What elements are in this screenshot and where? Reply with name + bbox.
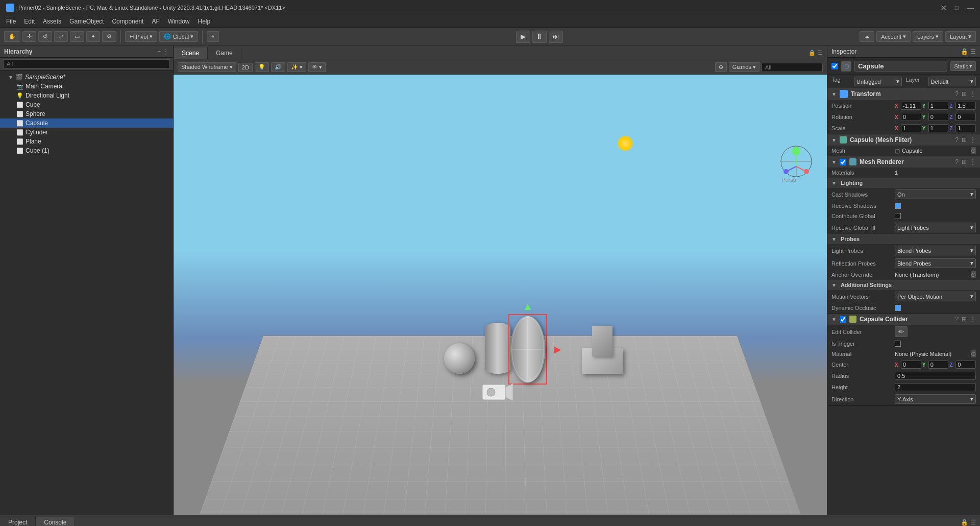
rotation-z-field[interactable] xyxy=(955,113,976,121)
receive-shadows-checkbox[interactable] xyxy=(895,203,901,209)
hierarchy-item-directional-light[interactable]: 💡 Directional Light xyxy=(0,91,173,100)
console-tab[interactable]: Console xyxy=(36,517,75,527)
menu-gameobject[interactable]: GameObject xyxy=(65,17,108,26)
audio-button[interactable]: 🔊 xyxy=(271,62,285,72)
inspector-lock-icon[interactable]: 🔒 xyxy=(961,48,968,55)
position-y-field[interactable] xyxy=(928,102,949,110)
position-x-field[interactable] xyxy=(901,102,921,110)
menu-edit[interactable]: Edit xyxy=(20,17,39,26)
object-name-input[interactable] xyxy=(854,61,947,71)
capsule-collider-preset-icon[interactable]: ⊞ xyxy=(962,316,967,323)
hierarchy-item-main-camera[interactable]: 📷 Main Camera xyxy=(0,82,173,91)
pause-button[interactable]: ⏸ xyxy=(532,31,547,43)
mesh-renderer-header[interactable]: ▼ Mesh Renderer ? ⊞ ⋮ xyxy=(827,156,980,168)
scene-canvas[interactable]: Persp xyxy=(174,75,827,515)
transform-section-header[interactable]: ▼ Transform ? ⊞ ⋮ xyxy=(827,88,980,100)
menu-file[interactable]: File xyxy=(2,17,20,26)
scene-tab[interactable]: Scene xyxy=(174,47,208,59)
scale-tool[interactable]: ⤢ xyxy=(54,31,68,42)
hierarchy-item-cube[interactable]: ⬜ Cube xyxy=(0,100,173,109)
center-y-field[interactable] xyxy=(928,361,949,369)
transform-menu-icon[interactable]: ⋮ xyxy=(970,90,976,98)
layout-button[interactable]: Layout ▾ xyxy=(945,31,976,42)
anchor-override-select-button[interactable]: ⊙ xyxy=(971,271,976,278)
direction-dropdown[interactable]: Y-Axis▾ xyxy=(895,394,976,404)
hierarchy-item-capsule[interactable]: ⬜ Capsule xyxy=(0,118,173,128)
tag-dropdown[interactable]: Untagged▾ xyxy=(854,77,902,86)
hand-tool[interactable]: ✋ xyxy=(4,31,20,42)
minimize-button[interactable]: — xyxy=(967,4,974,12)
position-z-field[interactable] xyxy=(955,102,976,110)
hierarchy-add-button[interactable]: + xyxy=(157,48,161,55)
mesh-renderer-preset-icon[interactable]: ⊞ xyxy=(962,158,967,165)
hierarchy-item-sphere[interactable]: ⬜ Sphere xyxy=(0,109,173,118)
rect-tool[interactable]: ▭ xyxy=(70,31,84,42)
capsule-collider-header[interactable]: ▼ Capsule Collider ? ⊞ ⋮ xyxy=(827,314,980,325)
transform-help-icon[interactable]: ? xyxy=(955,90,959,98)
radius-field[interactable] xyxy=(895,372,976,380)
layers-button[interactable]: Layers ▾ xyxy=(913,31,943,42)
mesh-filter-menu-icon[interactable]: ⋮ xyxy=(970,136,976,144)
static-button[interactable]: Static ▾ xyxy=(950,61,976,71)
hierarchy-search-input[interactable] xyxy=(3,59,170,68)
motion-vectors-dropdown[interactable]: Per Object Motion▾ xyxy=(895,292,976,301)
capsule-collider-menu-icon[interactable]: ⋮ xyxy=(970,316,976,323)
is-trigger-checkbox[interactable] xyxy=(895,341,901,347)
rotate-tool[interactable]: ↺ xyxy=(38,31,52,42)
step-button[interactable]: ⏭ xyxy=(549,31,563,43)
mesh-renderer-help-icon[interactable]: ? xyxy=(955,158,959,165)
mesh-filter-help-icon[interactable]: ? xyxy=(955,136,959,144)
menu-help[interactable]: Help xyxy=(193,17,214,26)
hierarchy-item-plane[interactable]: ⬜ Plane xyxy=(0,137,173,146)
capsule-collider-help-icon[interactable]: ? xyxy=(955,316,959,323)
object-active-checkbox[interactable] xyxy=(831,63,838,69)
gizmos-button[interactable]: Gizmos ▾ xyxy=(729,62,760,72)
dynamic-occlusion-checkbox[interactable] xyxy=(895,305,901,311)
center-x-field[interactable] xyxy=(901,361,921,369)
inspector-menu-icon[interactable]: ☰ xyxy=(970,48,976,55)
mesh-select-button[interactable]: ⊙ xyxy=(971,147,976,154)
lighting-button[interactable]: 💡 xyxy=(255,62,269,72)
bottom-lock-icon[interactable]: 🔒 xyxy=(961,519,968,526)
menu-af[interactable]: AF xyxy=(148,17,163,26)
hierarchy-item-cylinder[interactable]: ⬜ Cylinder xyxy=(0,128,173,137)
account-button[interactable]: Account ▾ xyxy=(876,31,911,42)
menu-assets[interactable]: Assets xyxy=(39,17,65,26)
move-tool[interactable]: ✛ xyxy=(22,31,36,42)
pivot-button[interactable]: ⊕ Pivot ▾ xyxy=(125,31,157,42)
edit-collider-button[interactable]: ✏ xyxy=(895,326,908,337)
scale-x-field[interactable] xyxy=(901,124,921,132)
menu-window[interactable]: Window xyxy=(164,17,194,26)
contribute-global-checkbox[interactable] xyxy=(895,213,901,219)
close-button[interactable]: ✕ xyxy=(940,3,947,13)
camera-options-button[interactable]: ⊕ xyxy=(715,62,727,72)
light-probes-dropdown[interactable]: Blend Probes▾ xyxy=(895,246,976,255)
rotation-x-field[interactable] xyxy=(901,113,921,121)
scale-y-field[interactable] xyxy=(928,124,949,132)
mesh-filter-header[interactable]: ▼ Capsule (Mesh Filter) ? ⊞ ⋮ xyxy=(827,134,980,146)
unknown-tool[interactable]: ⌖ xyxy=(207,31,219,42)
fx-button[interactable]: ✨ ▾ xyxy=(287,62,306,72)
bottom-menu-icon[interactable]: ☰ xyxy=(970,519,976,526)
scene-search-input[interactable] xyxy=(762,63,823,72)
hierarchy-options-button[interactable]: ⋮ xyxy=(163,48,169,55)
scale-z-field[interactable] xyxy=(955,124,976,132)
menu-component[interactable]: Component xyxy=(108,17,148,26)
shading-mode-button[interactable]: Shaded Wireframe ▾ xyxy=(178,62,236,72)
2d-button[interactable]: 2D xyxy=(238,63,253,72)
play-button[interactable]: ▶ xyxy=(516,31,530,43)
capsule-collider-enabled-checkbox[interactable] xyxy=(840,316,846,323)
hierarchy-item-samplescene[interactable]: ▼ 🎬 SampleScene* xyxy=(0,73,173,82)
layer-dropdown[interactable]: Default▾ xyxy=(928,77,976,86)
scene-visibility-button[interactable]: 👁 ▾ xyxy=(308,62,326,72)
maximize-button[interactable]: □ xyxy=(955,4,959,11)
cast-shadows-dropdown[interactable]: On▾ xyxy=(895,189,976,199)
game-tab[interactable]: Game xyxy=(208,47,241,59)
mesh-renderer-enabled-checkbox[interactable] xyxy=(840,159,846,165)
transform-tool[interactable]: ✦ xyxy=(86,31,100,42)
hierarchy-item-cube1[interactable]: ⬜ Cube (1) xyxy=(0,146,173,155)
center-z-field[interactable] xyxy=(955,361,976,369)
custom-tool[interactable]: ⚙ xyxy=(102,31,116,42)
mesh-renderer-menu-icon[interactable]: ⋮ xyxy=(970,158,976,165)
height-field[interactable] xyxy=(895,383,976,391)
